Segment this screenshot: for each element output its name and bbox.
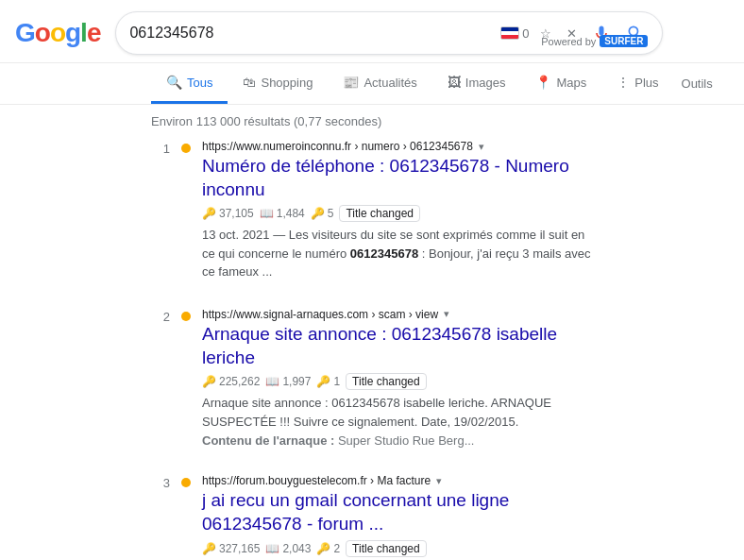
result-number-3: 3 (151, 474, 170, 560)
title-changed-badge-1: Title changed (339, 205, 420, 222)
meta-value-2a: 225,262 (219, 375, 260, 388)
meta-value-3a: 327,165 (219, 542, 260, 555)
logo-letter-l: l (80, 18, 87, 47)
flag-icon (500, 26, 519, 40)
sub-label-2: Contenu de l'arnaque : (202, 433, 334, 448)
result-content-2: https://www.signal-arnaques.com › scam ›… (202, 308, 593, 448)
tab-images[interactable]: 🖼 Images (432, 63, 521, 104)
result-snippet-2: Arnaque site annonce : 0612345678 isabel… (202, 394, 593, 431)
results-container: 1 https://www.numeroinconnu.fr › numero … (0, 140, 744, 560)
result-url-row-3: https://forum.bouyguestelecom.fr › Ma fa… (202, 474, 593, 487)
snippet-bold-1: 0612345678 (350, 246, 418, 261)
shopping-icon: 🛍 (243, 75, 256, 90)
table-row: 1 https://www.numeroinconnu.fr › numero … (151, 140, 593, 281)
meta-value-2b: 1,997 (282, 375, 311, 388)
key2-icon-3: 🔑 (316, 542, 330, 555)
tab-maps-label: Maps (556, 76, 586, 90)
result-url-1: https://www.numeroinconnu.fr › numero › … (202, 140, 473, 153)
meta-key-2: 🔑 225,262 (202, 375, 260, 388)
tab-images-label: Images (465, 76, 506, 90)
key2-icon-1: 🔑 (311, 207, 325, 220)
header: Google 0 ☆ ✕ (0, 0, 744, 63)
meta-key-3: 🔑 327,165 (202, 542, 260, 555)
result-url-row-1: https://www.numeroinconnu.fr › numero › … (202, 140, 593, 153)
search-input[interactable] (129, 25, 493, 42)
tab-plus-label: Plus (634, 76, 658, 90)
meta-value-3b: 2,043 (282, 542, 311, 555)
logo-letter-o1: o (35, 18, 50, 47)
meta-book-3: 📖 2,043 (265, 542, 311, 555)
tab-actualites[interactable]: 📰 Actualités (328, 63, 431, 104)
actualites-icon: 📰 (343, 75, 359, 90)
result-title-2[interactable]: Arnaque site annonce : 0612345678 isabel… (202, 323, 593, 369)
result-title-3[interactable]: j ai recu un gmail concernant une ligne … (202, 489, 593, 535)
result-meta-3: 🔑 327,165 📖 2,043 🔑 2 Title changed (202, 540, 593, 557)
meta-key2-1: 🔑 5 (311, 207, 334, 220)
maps-icon: 📍 (535, 75, 551, 90)
result-meta-2: 🔑 225,262 📖 1,997 🔑 1 Title changed (202, 373, 593, 390)
search-container: 0 ☆ ✕ Powered by SURFER (115, 11, 663, 55)
meta-value-1b: 1,484 (277, 207, 305, 220)
plus-icon: ⋮ (617, 75, 630, 90)
outils-button[interactable]: Outils (674, 63, 720, 104)
key-icon-1: 🔑 (202, 207, 216, 220)
title-changed-badge-3: Title changed (346, 540, 427, 557)
tabs-area: 🔍 Tous 🛍 Shopping 📰 Actualités 🖼 Images … (0, 63, 744, 105)
images-icon: 🖼 (448, 75, 461, 90)
sub-value-2: Super Studio Rue Berg... (338, 433, 475, 448)
result-dot-2 (181, 312, 191, 321)
result-meta-1: 🔑 37,105 📖 1,484 🔑 5 Title changed (202, 205, 593, 222)
result-dot-1 (181, 144, 191, 153)
key2-icon-2: 🔑 (316, 375, 330, 388)
book-icon-1: 📖 (260, 207, 274, 220)
tab-shopping[interactable]: 🛍 Shopping (228, 63, 328, 104)
book-icon-3: 📖 (265, 542, 279, 555)
meta-value-3c: 2 (333, 542, 340, 555)
result-content-1: https://www.numeroinconnu.fr › numero › … (202, 140, 593, 281)
url-dropdown-icon-3[interactable]: ▾ (436, 475, 442, 487)
result-snippet-1: 13 oct. 2021 — Les visiteurs du site se … (202, 226, 593, 281)
result-content-3: https://forum.bouyguestelecom.fr › Ma fa… (202, 474, 593, 560)
flag-badge: 0 (500, 26, 529, 41)
results-info: Environ 113 000 résultats (0,77 secondes… (0, 105, 744, 140)
title-changed-badge-2: Title changed (346, 373, 427, 390)
tab-shopping-label: Shopping (261, 76, 313, 90)
meta-key-1: 🔑 37,105 (202, 207, 254, 220)
result-url-3: https://forum.bouyguestelecom.fr › Ma fa… (202, 474, 431, 487)
tab-actualites-label: Actualités (364, 76, 416, 90)
powered-by-label: Powered by (541, 36, 596, 47)
result-dot-3 (181, 478, 191, 487)
result-number-1: 1 (151, 140, 170, 281)
search-bar: 0 ☆ ✕ (115, 11, 663, 55)
logo-letter-o2: o (50, 18, 65, 47)
table-row: 3 https://forum.bouyguestelecom.fr › Ma … (151, 474, 593, 560)
url-dropdown-icon-1[interactable]: ▾ (479, 141, 484, 153)
logo-letter-g2: g (65, 18, 80, 47)
book-icon-2: 📖 (265, 375, 279, 388)
tab-plus[interactable]: ⋮ Plus (601, 63, 673, 104)
tab-maps[interactable]: 📍 Maps (520, 63, 601, 104)
result-title-1[interactable]: Numéro de téléphone : 0612345678 - Numer… (202, 155, 593, 201)
meta-book-1: 📖 1,484 (260, 207, 305, 220)
result-number-2: 2 (151, 308, 170, 448)
result-subline-2: Contenu de l'arnaque : Super Studio Rue … (202, 433, 593, 448)
meta-key2-3: 🔑 2 (316, 542, 340, 555)
meta-value-1a: 37,105 (219, 207, 254, 220)
flag-count: 0 (522, 26, 529, 41)
table-row: 2 https://www.signal-arnaques.com › scam… (151, 308, 593, 448)
tous-icon: 🔍 (166, 75, 182, 90)
result-url-2: https://www.signal-arnaques.com › scam ›… (202, 308, 438, 321)
results-count: Environ 113 000 résultats (0,77 secondes… (151, 114, 381, 128)
outils-label: Outils (682, 76, 713, 91)
logo-letter-g: G (15, 18, 35, 47)
logo-letter-e: e (87, 18, 101, 47)
tab-tous[interactable]: 🔍 Tous (151, 63, 228, 104)
tab-tous-label: Tous (187, 76, 212, 90)
result-url-row-2: https://www.signal-arnaques.com › scam ›… (202, 308, 593, 321)
url-dropdown-icon-2[interactable]: ▾ (444, 308, 449, 320)
google-logo: Google (15, 18, 100, 48)
key-icon-3: 🔑 (202, 542, 216, 555)
surfer-badge: SURFER (600, 35, 648, 47)
key-icon-2: 🔑 (202, 375, 216, 388)
meta-key2-2: 🔑 1 (316, 375, 340, 388)
